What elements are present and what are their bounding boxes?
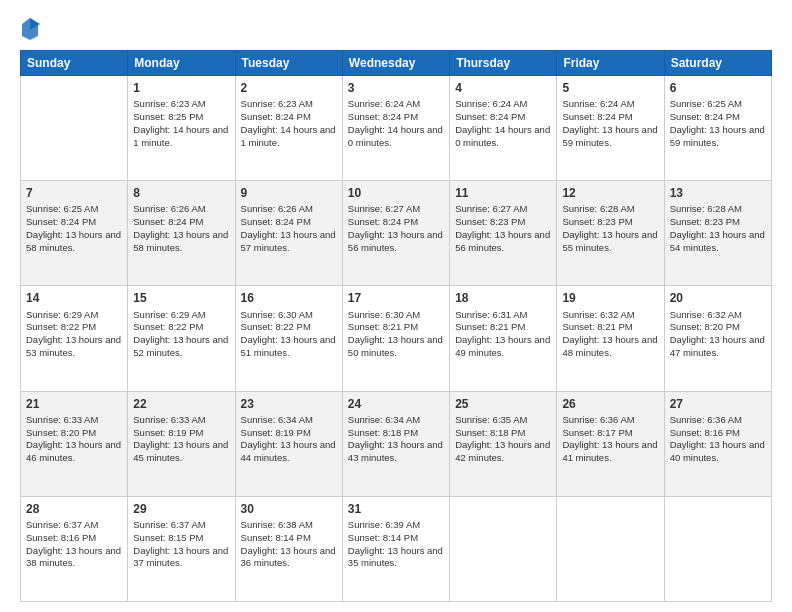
calendar: SundayMondayTuesdayWednesdayThursdayFrid… <box>20 50 772 602</box>
sunset: Sunset: 8:18 PM <box>455 427 525 438</box>
day-number: 15 <box>133 290 229 306</box>
day-number: 9 <box>241 185 337 201</box>
day-number: 2 <box>241 80 337 96</box>
day-number: 5 <box>562 80 658 96</box>
calendar-cell: 24Sunrise: 6:34 AMSunset: 8:18 PMDayligh… <box>342 391 449 496</box>
sunrise: Sunrise: 6:34 AM <box>348 414 420 425</box>
sunrise: Sunrise: 6:38 AM <box>241 519 313 530</box>
day-number: 14 <box>26 290 122 306</box>
calendar-cell: 26Sunrise: 6:36 AMSunset: 8:17 PMDayligh… <box>557 391 664 496</box>
sunrise: Sunrise: 6:29 AM <box>26 309 98 320</box>
calendar-cell: 12Sunrise: 6:28 AMSunset: 8:23 PMDayligh… <box>557 181 664 286</box>
sunrise: Sunrise: 6:30 AM <box>348 309 420 320</box>
calendar-cell: 30Sunrise: 6:38 AMSunset: 8:14 PMDayligh… <box>235 496 342 601</box>
calendar-cell: 17Sunrise: 6:30 AMSunset: 8:21 PMDayligh… <box>342 286 449 391</box>
daylight: Daylight: 13 hours and 58 minutes. <box>26 229 121 253</box>
sunrise: Sunrise: 6:37 AM <box>26 519 98 530</box>
day-number: 10 <box>348 185 444 201</box>
calendar-cell <box>557 496 664 601</box>
calendar-cell: 29Sunrise: 6:37 AMSunset: 8:15 PMDayligh… <box>128 496 235 601</box>
sunset: Sunset: 8:14 PM <box>241 532 311 543</box>
daylight: Daylight: 13 hours and 43 minutes. <box>348 439 443 463</box>
day-number: 22 <box>133 396 229 412</box>
header-row: SundayMondayTuesdayWednesdayThursdayFrid… <box>21 51 772 76</box>
sunset: Sunset: 8:16 PM <box>26 532 96 543</box>
daylight: Daylight: 13 hours and 36 minutes. <box>241 545 336 569</box>
sunset: Sunset: 8:24 PM <box>133 216 203 227</box>
calendar-cell: 16Sunrise: 6:30 AMSunset: 8:22 PMDayligh… <box>235 286 342 391</box>
calendar-cell: 5Sunrise: 6:24 AMSunset: 8:24 PMDaylight… <box>557 76 664 181</box>
sunrise: Sunrise: 6:26 AM <box>241 203 313 214</box>
sunset: Sunset: 8:24 PM <box>26 216 96 227</box>
day-header-wednesday: Wednesday <box>342 51 449 76</box>
day-number: 26 <box>562 396 658 412</box>
day-number: 25 <box>455 396 551 412</box>
day-header-sunday: Sunday <box>21 51 128 76</box>
sunset: Sunset: 8:21 PM <box>348 321 418 332</box>
day-number: 7 <box>26 185 122 201</box>
calendar-cell: 11Sunrise: 6:27 AMSunset: 8:23 PMDayligh… <box>450 181 557 286</box>
sunrise: Sunrise: 6:36 AM <box>562 414 634 425</box>
sunset: Sunset: 8:15 PM <box>133 532 203 543</box>
daylight: Daylight: 14 hours and 1 minute. <box>241 124 336 148</box>
sunset: Sunset: 8:14 PM <box>348 532 418 543</box>
sunset: Sunset: 8:19 PM <box>241 427 311 438</box>
daylight: Daylight: 13 hours and 54 minutes. <box>670 229 765 253</box>
calendar-cell: 1Sunrise: 6:23 AMSunset: 8:25 PMDaylight… <box>128 76 235 181</box>
sunset: Sunset: 8:23 PM <box>562 216 632 227</box>
sunset: Sunset: 8:24 PM <box>241 216 311 227</box>
sunset: Sunset: 8:23 PM <box>670 216 740 227</box>
week-row-3: 14Sunrise: 6:29 AMSunset: 8:22 PMDayligh… <box>21 286 772 391</box>
sunset: Sunset: 8:20 PM <box>26 427 96 438</box>
calendar-cell: 18Sunrise: 6:31 AMSunset: 8:21 PMDayligh… <box>450 286 557 391</box>
sunrise: Sunrise: 6:28 AM <box>562 203 634 214</box>
daylight: Daylight: 13 hours and 59 minutes. <box>562 124 657 148</box>
calendar-cell: 14Sunrise: 6:29 AMSunset: 8:22 PMDayligh… <box>21 286 128 391</box>
calendar-cell: 19Sunrise: 6:32 AMSunset: 8:21 PMDayligh… <box>557 286 664 391</box>
sunrise: Sunrise: 6:33 AM <box>133 414 205 425</box>
day-number: 3 <box>348 80 444 96</box>
day-number: 8 <box>133 185 229 201</box>
daylight: Daylight: 13 hours and 38 minutes. <box>26 545 121 569</box>
sunrise: Sunrise: 6:33 AM <box>26 414 98 425</box>
day-number: 23 <box>241 396 337 412</box>
sunset: Sunset: 8:18 PM <box>348 427 418 438</box>
calendar-cell <box>664 496 771 601</box>
day-number: 30 <box>241 501 337 517</box>
day-number: 18 <box>455 290 551 306</box>
day-number: 28 <box>26 501 122 517</box>
daylight: Daylight: 14 hours and 1 minute. <box>133 124 228 148</box>
day-number: 27 <box>670 396 766 412</box>
daylight: Daylight: 14 hours and 0 minutes. <box>348 124 443 148</box>
sunset: Sunset: 8:22 PM <box>133 321 203 332</box>
sunset: Sunset: 8:24 PM <box>348 111 418 122</box>
day-header-thursday: Thursday <box>450 51 557 76</box>
calendar-cell: 3Sunrise: 6:24 AMSunset: 8:24 PMDaylight… <box>342 76 449 181</box>
sunrise: Sunrise: 6:32 AM <box>562 309 634 320</box>
calendar-cell: 22Sunrise: 6:33 AMSunset: 8:19 PMDayligh… <box>128 391 235 496</box>
day-header-friday: Friday <box>557 51 664 76</box>
daylight: Daylight: 13 hours and 53 minutes. <box>26 334 121 358</box>
sunrise: Sunrise: 6:24 AM <box>348 98 420 109</box>
day-number: 17 <box>348 290 444 306</box>
daylight: Daylight: 13 hours and 40 minutes. <box>670 439 765 463</box>
sunrise: Sunrise: 6:34 AM <box>241 414 313 425</box>
logo-icon <box>20 16 40 40</box>
sunrise: Sunrise: 6:25 AM <box>26 203 98 214</box>
sunset: Sunset: 8:19 PM <box>133 427 203 438</box>
calendar-cell <box>450 496 557 601</box>
daylight: Daylight: 13 hours and 41 minutes. <box>562 439 657 463</box>
sunrise: Sunrise: 6:31 AM <box>455 309 527 320</box>
daylight: Daylight: 13 hours and 50 minutes. <box>348 334 443 358</box>
sunset: Sunset: 8:20 PM <box>670 321 740 332</box>
calendar-cell: 8Sunrise: 6:26 AMSunset: 8:24 PMDaylight… <box>128 181 235 286</box>
day-number: 13 <box>670 185 766 201</box>
daylight: Daylight: 13 hours and 59 minutes. <box>670 124 765 148</box>
daylight: Daylight: 13 hours and 35 minutes. <box>348 545 443 569</box>
sunset: Sunset: 8:21 PM <box>455 321 525 332</box>
sunset: Sunset: 8:22 PM <box>26 321 96 332</box>
week-row-2: 7Sunrise: 6:25 AMSunset: 8:24 PMDaylight… <box>21 181 772 286</box>
daylight: Daylight: 13 hours and 48 minutes. <box>562 334 657 358</box>
sunset: Sunset: 8:25 PM <box>133 111 203 122</box>
daylight: Daylight: 13 hours and 52 minutes. <box>133 334 228 358</box>
